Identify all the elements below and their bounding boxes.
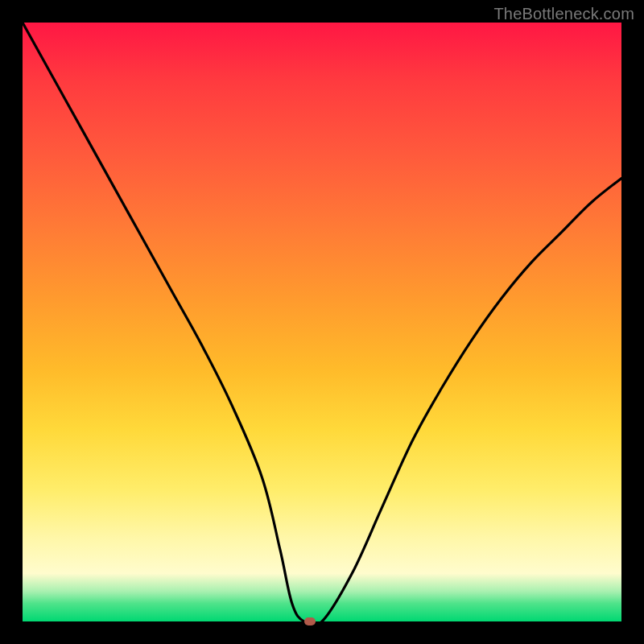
watermark-text: TheBottleneck.com — [493, 5, 634, 23]
chart-frame: TheBottleneck.com — [0, 0, 644, 644]
bottleneck-curve — [23, 23, 621, 621]
plot-area — [23, 23, 621, 621]
minimum-marker — [304, 617, 316, 625]
